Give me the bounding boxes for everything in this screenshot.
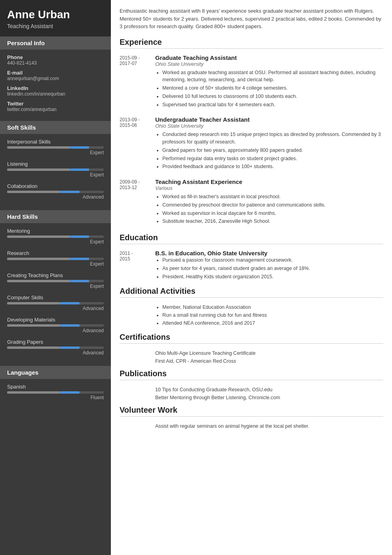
skill-computer-bar bbox=[7, 302, 104, 304]
edu-bs-bullets: Pursued a passion for classroom manageme… bbox=[155, 256, 310, 280]
skill-spanish-fill bbox=[7, 391, 60, 394]
skill-teaching-plans-accent bbox=[70, 280, 89, 282]
list-item: Run a small trail running club for fun a… bbox=[162, 311, 383, 319]
sidebar: Anne Urban Teaching Assistant Personal I… bbox=[0, 0, 111, 555]
languages-heading: Languages bbox=[0, 366, 111, 379]
skill-interpersonal: Interpersonal Skills Expert bbox=[7, 139, 104, 155]
experience-heading: Experience bbox=[120, 38, 383, 49]
list-item: Worked as graduate teaching assistant at… bbox=[162, 69, 383, 84]
main-content: Enthusiastic teaching assistant with 8 y… bbox=[111, 0, 392, 555]
exp-teaching-org: Various bbox=[155, 185, 383, 191]
skill-research-fill bbox=[7, 258, 70, 260]
skill-research-bar bbox=[7, 258, 104, 260]
skill-listening-level: Expert bbox=[7, 172, 104, 178]
exp-grad-details: Graduate Teaching Assistant Ohio State U… bbox=[155, 54, 383, 109]
skill-grading-accent bbox=[60, 346, 80, 349]
languages-content: Spanish Fluent bbox=[0, 379, 111, 411]
exp-undergrad-dates: 2013-09 -2015-06 bbox=[120, 116, 155, 171]
exp-grad-org: Ohio State University bbox=[155, 61, 383, 67]
email-value: annequrban@gmail.com bbox=[7, 76, 104, 81]
skill-spanish: Spanish Fluent bbox=[7, 384, 104, 400]
skill-listening-accent bbox=[70, 168, 89, 171]
hard-skills-content: Mentoring Expert Research Expert Creatin… bbox=[0, 223, 111, 366]
skill-developing-fill bbox=[7, 324, 60, 327]
edu-entry-bs: 2011 -2015 B.S. in Education, Ohio State… bbox=[120, 250, 383, 281]
full-name: Anne Urban bbox=[7, 8, 104, 21]
summary: Enthusiastic teaching assistant with 8 y… bbox=[120, 7, 383, 31]
list-item: Graded papers for two years, approximate… bbox=[162, 147, 383, 154]
skill-interpersonal-level: Expert bbox=[7, 150, 104, 155]
exp-grad-bullets: Worked as graduate teaching assistant at… bbox=[155, 69, 383, 109]
skill-listening-fill bbox=[7, 168, 70, 171]
skill-interpersonal-bar bbox=[7, 146, 104, 149]
skill-collaboration-name: Collaboration bbox=[7, 183, 104, 189]
exp-undergrad-bullets: Conducted deep research into 15 unique p… bbox=[155, 131, 383, 170]
list-item: Substitute teacher, 2016, Zanesville Hig… bbox=[162, 218, 383, 225]
exp-entry-undergrad: 2013-09 -2015-06 Undergraduate Teacher A… bbox=[120, 116, 383, 171]
skill-grading-name: Grading Papers bbox=[7, 339, 104, 345]
skill-mentoring-fill bbox=[7, 235, 70, 238]
phone-label: Phone bbox=[7, 54, 104, 60]
soft-skills-heading: Soft Skills bbox=[0, 121, 111, 134]
skill-collaboration-fill bbox=[7, 191, 60, 193]
certifications-heading: Certifications bbox=[120, 333, 383, 344]
edu-bs-title: B.S. in Education, Ohio State University bbox=[155, 250, 310, 256]
exp-teaching-dates: 2009-09 -2013-12 bbox=[120, 178, 155, 226]
skill-computer-level: Advanced bbox=[7, 306, 104, 311]
skill-computer-name: Computer Skills bbox=[7, 295, 104, 300]
volunteer-heading: Volunteer Work bbox=[120, 406, 383, 417]
skill-computer-fill bbox=[7, 302, 60, 304]
list-item: President, Healthy Kids student organiza… bbox=[162, 273, 310, 281]
pub-item-1: 10 Tips for Conducting Graduate Research… bbox=[120, 386, 383, 394]
sidebar-header: Anne Urban Teaching Assistant bbox=[0, 0, 111, 36]
list-item: Attended NEA conference, 2016 and 2017 bbox=[162, 319, 383, 327]
exp-teaching-details: Teaching Assistant Experience Various Wo… bbox=[155, 178, 383, 226]
pub-item-2: Better Mentoring through Better Listenin… bbox=[120, 394, 383, 402]
activities-list: Member, National Education Association R… bbox=[120, 303, 383, 327]
cert-item-1: Ohio Multi-Age Licensure Teaching Certif… bbox=[120, 349, 383, 357]
list-item: Mentored a core of 50+ students for 4 co… bbox=[162, 84, 383, 92]
skill-teaching-plans: Creating Teaching Plans Expert bbox=[7, 272, 104, 289]
list-item: Provided feedback and guidance to 100+ s… bbox=[162, 163, 383, 170]
skill-spanish-accent bbox=[60, 391, 80, 394]
skill-listening-bar bbox=[7, 168, 104, 171]
skill-listening-name: Listening bbox=[7, 161, 104, 167]
skill-collaboration-bar bbox=[7, 191, 104, 193]
list-item: Delivered 10 full lectures to classrooms… bbox=[162, 93, 383, 100]
vol-item-1: Assist with regular seminars on animal h… bbox=[120, 422, 383, 430]
skill-grading-level: Advanced bbox=[7, 350, 104, 356]
skill-interpersonal-accent bbox=[70, 146, 89, 149]
email-label: E-mail bbox=[7, 70, 104, 76]
linkedin-item: LinkedIn linkedin.com/in/annequrban bbox=[7, 85, 104, 97]
linkedin-label: LinkedIn bbox=[7, 85, 104, 91]
skill-interpersonal-fill bbox=[7, 146, 70, 149]
skill-interpersonal-name: Interpersonal Skills bbox=[7, 139, 104, 145]
skill-collaboration-accent bbox=[60, 191, 80, 193]
personal-info-heading: Personal Info bbox=[0, 36, 111, 50]
list-item: Pursued a passion for classroom manageme… bbox=[162, 256, 310, 264]
activities-heading: Additional Activities bbox=[120, 287, 383, 298]
publications-heading: Publications bbox=[120, 369, 383, 380]
phone-value: 440-821-4143 bbox=[7, 60, 104, 66]
list-item: As peer tutor for 4 years, raised studen… bbox=[162, 265, 310, 272]
skill-research: Research Expert bbox=[7, 250, 104, 267]
job-title: Teaching Assistant bbox=[7, 23, 104, 29]
hard-skills-heading: Hard Skills bbox=[0, 210, 111, 223]
personal-info-content: Phone 440-821-4143 E-mail annequrban@gma… bbox=[0, 50, 111, 121]
linkedin-value: linkedin.com/in/annequrban bbox=[7, 91, 104, 97]
list-item: Supervised two practical labs for 4 seme… bbox=[162, 101, 383, 109]
skill-developing-accent bbox=[60, 324, 80, 327]
skill-developing-bar bbox=[7, 324, 104, 327]
cert-item-2: First Aid, CPR - American Red Cross bbox=[120, 357, 383, 365]
skill-computer-accent bbox=[60, 302, 80, 304]
edu-bs-details: B.S. in Education, Ohio State University… bbox=[155, 250, 310, 281]
skill-research-name: Research bbox=[7, 250, 104, 256]
skill-spanish-bar bbox=[7, 391, 104, 394]
skill-mentoring-accent bbox=[70, 235, 89, 238]
list-item: Worked as supervisor in local daycare fo… bbox=[162, 210, 383, 217]
skill-grading-bar bbox=[7, 346, 104, 349]
list-item: Commended by preschool director for pati… bbox=[162, 201, 383, 209]
skill-developing-name: Developing Materials bbox=[7, 317, 104, 323]
exp-entry-grad: 2015-09 -2017-07 Graduate Teaching Assis… bbox=[120, 54, 383, 109]
skill-mentoring-name: Mentoring bbox=[7, 228, 104, 234]
